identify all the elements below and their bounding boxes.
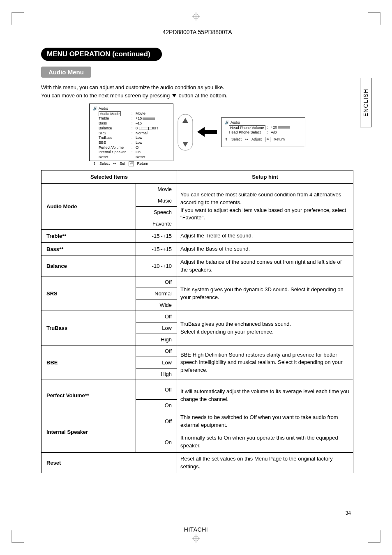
down-arrow-icon bbox=[172, 94, 176, 97]
osd-val: Movie bbox=[136, 111, 145, 117]
balance-r: R bbox=[156, 126, 159, 130]
osd-item: Audio Mode bbox=[99, 111, 121, 117]
balance-bar-icon bbox=[141, 127, 156, 129]
table-header-items: Selected Items bbox=[42, 170, 177, 184]
updown-icon: ⇕ bbox=[225, 137, 228, 142]
speaker-icon: 🔊 bbox=[225, 120, 229, 125]
table-hint: It will automatically adjust the volume … bbox=[177, 380, 353, 411]
return-icon: ⏎ bbox=[129, 161, 134, 166]
osd-val: +20 bbox=[271, 125, 277, 129]
table-item-label: Audio Mode bbox=[42, 184, 136, 230]
osd-item: TruBass bbox=[99, 136, 131, 140]
table-item-label: BBE bbox=[42, 345, 136, 380]
language-label: ENGLISH bbox=[362, 88, 369, 116]
intro-line-2a: You can move on to the next menu screen … bbox=[41, 92, 171, 99]
svg-marker-8 bbox=[182, 142, 188, 147]
left-arrow-icon bbox=[197, 127, 217, 138]
table-hint: Adjust the Bass of the sound. bbox=[177, 242, 353, 256]
table-item-label: Balance bbox=[42, 256, 136, 276]
svg-marker-9 bbox=[197, 127, 217, 137]
osd-footer-set: Set bbox=[120, 161, 125, 166]
table-value: Low bbox=[136, 357, 177, 368]
table-item-label: TruBass bbox=[42, 311, 136, 345]
osd-item: Head Phone Select bbox=[229, 130, 267, 135]
table-value: High bbox=[136, 368, 177, 380]
osd-item: Reset bbox=[99, 155, 131, 160]
table-item-label: Bass** bbox=[42, 242, 136, 256]
osd-item: BBE bbox=[99, 140, 131, 145]
model-header: 42PD8800TA 55PD8800TA bbox=[41, 29, 353, 35]
bar-icon bbox=[278, 126, 290, 129]
osd-right-title: Audio bbox=[231, 120, 240, 125]
section-title: MENU OPERATION (continued) bbox=[41, 48, 162, 61]
table-value: On bbox=[136, 432, 177, 452]
table-value: Favorite bbox=[136, 218, 177, 230]
osd-val: Normal bbox=[136, 131, 148, 136]
osd-footer-select: Select bbox=[99, 161, 110, 166]
table-value: Low bbox=[136, 322, 177, 334]
table-value: Off bbox=[136, 411, 177, 432]
table-value: Off bbox=[136, 276, 177, 288]
table-value: High bbox=[136, 334, 177, 345]
bar-icon bbox=[143, 117, 155, 120]
osd-footer-adjust: Adjust bbox=[251, 137, 262, 142]
table-hint: It normally sets to On when you operate … bbox=[177, 432, 353, 452]
table-value: Speech bbox=[136, 207, 177, 218]
osd-val: Low bbox=[136, 140, 143, 145]
table-hint: Adjust the Treble of the sound. bbox=[177, 230, 353, 243]
table-value: -10~+10 bbox=[136, 256, 177, 276]
svg-marker-7 bbox=[182, 118, 188, 123]
table-header-hint: Setup hint bbox=[177, 170, 353, 184]
table-hint: This system gives you the dynamic 3D sou… bbox=[177, 276, 353, 311]
osd-item: Internal Speaker bbox=[99, 150, 131, 155]
osd-val: On bbox=[136, 150, 141, 155]
footer-brand: HITACHI bbox=[184, 526, 208, 533]
osd-footer-select: Select bbox=[231, 137, 242, 142]
table-value: Movie bbox=[136, 184, 177, 195]
osd-footer-return: Return bbox=[274, 137, 285, 142]
nav-arrows bbox=[178, 114, 193, 151]
table-hint: BBE High Definition Sound restores clari… bbox=[177, 345, 353, 380]
table-value: Off bbox=[136, 345, 177, 357]
intro-line-1: With this menu, you can adjust and custo… bbox=[41, 84, 224, 90]
language-tab: ENGLISH bbox=[360, 78, 371, 127]
osd-val: A/B bbox=[271, 130, 277, 135]
osd-item: Bass bbox=[99, 121, 131, 126]
subsection-title: Audio Menu bbox=[41, 67, 91, 78]
osd-val: +15 bbox=[136, 116, 142, 120]
osd-val: 0 bbox=[136, 126, 138, 130]
osd-item: Balance bbox=[99, 126, 131, 131]
updown-icon: ⇕ bbox=[93, 161, 96, 166]
return-icon: ⏎ bbox=[265, 137, 270, 142]
table-hint: This needs to be switched to Off when yo… bbox=[177, 411, 353, 432]
table-value: On bbox=[136, 400, 177, 411]
osd-right: 🔊 Audio Head Phone Volume:+20 Head Phone… bbox=[221, 117, 305, 147]
speaker-icon: 🔊 bbox=[93, 106, 97, 111]
osd-footer-return: Return bbox=[137, 161, 148, 166]
table-item-label: Perfect Volume** bbox=[42, 380, 136, 411]
osd-item: Head Phone Volume bbox=[229, 125, 265, 131]
table-value: Music bbox=[136, 195, 177, 207]
leftright-icon: ⇔ bbox=[113, 161, 116, 166]
table-hint: Adjust the balance of the sound comes ou… bbox=[177, 256, 353, 276]
intro-text: With this menu, you can adjust and custo… bbox=[41, 83, 353, 99]
osd-left-title: Audio bbox=[99, 106, 108, 111]
osd-val: –15 bbox=[136, 121, 142, 126]
osd-item: Perfect Volume bbox=[99, 145, 131, 150]
osd-item: Treble bbox=[99, 116, 131, 121]
intro-line-2b: button at the bottom. bbox=[178, 92, 227, 99]
osd-val: Low bbox=[136, 136, 143, 140]
table-item-label: Treble** bbox=[42, 230, 136, 243]
table-value: Wide bbox=[136, 299, 177, 311]
osd-item: SRS bbox=[99, 131, 131, 136]
table-hint: TruBass gives you the enchanced bass sou… bbox=[177, 311, 353, 345]
osd-row: 🔊 Audio Audio Mode:Movie Treble:+15 Bass… bbox=[41, 104, 353, 161]
osd-left: 🔊 Audio Audio Mode:Movie Treble:+15 Bass… bbox=[89, 104, 173, 161]
updown-pill-icon bbox=[178, 114, 193, 151]
table-item-label: Internal Speaker bbox=[42, 411, 136, 452]
table-item-label: SRS bbox=[42, 276, 136, 311]
table-item-label: Reset bbox=[42, 452, 177, 473]
table-hint: You can select the most suitable sound c… bbox=[177, 184, 353, 230]
osd-val: Off bbox=[136, 145, 141, 150]
table-value: -15~+15 bbox=[136, 230, 177, 243]
